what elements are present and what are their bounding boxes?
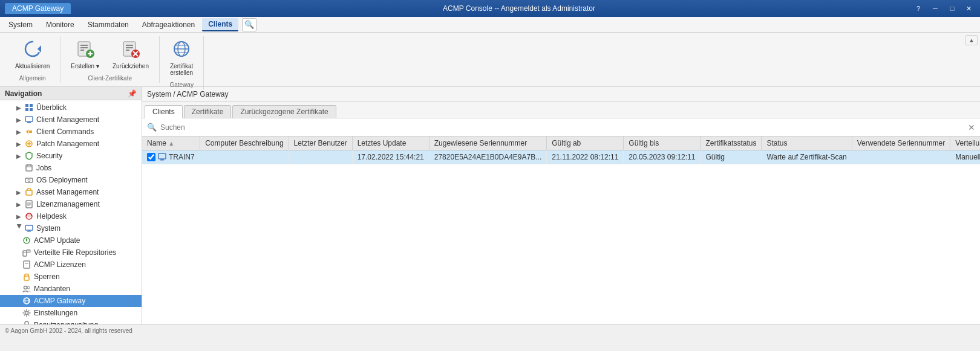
tab-zurueckgezogene-zertifikate[interactable]: Zurückgezogene Zertifikate [232, 105, 336, 118]
help-button[interactable]: ? [912, 4, 924, 13]
toolbar: Aktualisieren Allgemein [0, 33, 980, 87]
table-header-row: Name ▲ Computer Beschreibung Letzter Ben… [142, 137, 980, 150]
nav-label-security: Security [36, 152, 62, 160]
col-computer-beschreibung[interactable]: Computer Beschreibung [200, 137, 289, 150]
toolbar-buttons-client-zertifikate: Erstellen ▾ Zurückziehen [65, 36, 154, 72]
nav-item-client-management[interactable]: ▶ Client Management [0, 114, 142, 126]
navigation-header: Navigation 📌 [0, 87, 142, 100]
nav-label-mandanten: Mandanten [34, 285, 70, 293]
menu-stammdaten[interactable]: Stammdaten [82, 19, 135, 31]
nav-item-client-commands[interactable]: ▶ Client Commands [0, 126, 142, 138]
title-bar: ACMP Gateway ACMP Console -- Angemeldet … [0, 0, 980, 17]
col-verteilungsmodus[interactable]: Verteilungsmodus [950, 137, 980, 150]
nav-expand-patch-management: ▶ [15, 140, 23, 148]
col-zugewiesene-seriennummer[interactable]: Zugewiesene Seriennummer [429, 137, 546, 150]
einstellungen-icon [22, 308, 31, 318]
nav-label-os-deployment: OS Deployment [36, 176, 88, 184]
search-input[interactable] [160, 123, 968, 132]
nav-expand-client-commands: ▶ [15, 127, 23, 136]
nav-item-mandanten[interactable]: Mandanten [0, 283, 142, 295]
close-button[interactable]: ✕ [963, 4, 975, 13]
minimize-button[interactable]: ─ [929, 4, 941, 13]
menu-system[interactable]: System [2, 19, 39, 31]
nav-expand-system: ▶ [15, 224, 23, 233]
nav-label-sperren: Sperren [34, 272, 60, 281]
col-gultig-bis[interactable]: Gültig bis [624, 137, 701, 150]
svg-rect-28 [29, 130, 32, 133]
toolbar-collapse-button[interactable]: ▲ [965, 35, 978, 45]
nav-item-system[interactable]: ▶ System [0, 222, 142, 234]
zurueckziehen-button[interactable]: Zurückziehen [107, 36, 154, 72]
erstellen-button[interactable]: Erstellen ▾ [65, 36, 105, 72]
os-deployment-icon [24, 175, 34, 185]
pin-icon[interactable]: 📌 [128, 89, 137, 98]
acmp-lizenzen-icon [22, 260, 31, 269]
footer-copyright: © Aagon GmbH 2002 - 2024, all rights res… [5, 327, 132, 334]
maximize-button[interactable]: □ [946, 4, 958, 13]
col-letztes-update[interactable]: Letztes Update [352, 137, 429, 150]
table-row[interactable]: TRAIN7 17.02.2022 15:44:21 27820E5A24AE1… [142, 150, 980, 164]
svg-marker-27 [26, 129, 28, 134]
row-checkbox[interactable] [147, 153, 155, 161]
allgemein-group-label: Allgemein [19, 72, 46, 83]
nav-label-einstellungen: Einstellungen [34, 309, 77, 317]
col-gultig-ab[interactable]: Gültig ab [547, 137, 624, 150]
nav-label-uberblick: Überblick [36, 103, 67, 112]
menu-abfrageaktionen[interactable]: Abfrageaktionen [136, 19, 201, 31]
refresh-icon [23, 39, 42, 62]
svg-rect-23 [30, 108, 33, 111]
nav-item-einstellungen[interactable]: Einstellungen [0, 307, 142, 319]
nav-item-uberblick[interactable]: ▶ Überblick [0, 101, 142, 114]
svg-rect-54 [24, 261, 30, 268]
client-commands-icon [24, 127, 34, 137]
jobs-icon [24, 163, 34, 173]
nav-expand-client-management: ▶ [15, 115, 23, 124]
nav-item-os-deployment[interactable]: OS Deployment [0, 174, 142, 186]
zurueckziehen-label: Zurückziehen [113, 63, 149, 69]
nav-item-asset-management[interactable]: ▶ Asset Management [0, 186, 142, 198]
acmp-gateway-icon [22, 296, 31, 306]
col-zertifikatsstatus[interactable]: Zertifikatsstatus [701, 137, 762, 150]
nav-item-helpdesk[interactable]: ▶ Helpdesk [0, 210, 142, 222]
tab-clients[interactable]: Clients [145, 105, 183, 118]
nav-item-security[interactable]: ▶ Security [0, 150, 142, 162]
nav-item-patch-management[interactable]: ▶ Patch Management [0, 138, 142, 150]
col-verwendete-seriennummer[interactable]: Verwendete Seriennummer [852, 137, 950, 150]
svg-rect-64 [158, 153, 166, 159]
nav-item-sperren[interactable]: Sperren [0, 271, 142, 283]
toolbar-group-client-zertifikate: Erstellen ▾ Zurückziehen Client [60, 36, 160, 83]
nav-expand-lizenzmanagement: ▶ [15, 200, 23, 208]
nav-item-benutzerverwaltung[interactable]: Benutzerverwaltung [0, 319, 142, 324]
col-letzter-benutzer[interactable]: Letzter Benutzer [289, 137, 352, 150]
svg-rect-32 [26, 165, 32, 171]
nav-item-verteilte-file-repositories[interactable]: Verteilte File Repositories [0, 246, 142, 259]
nav-item-acmp-update[interactable]: ACMP Update [0, 234, 142, 246]
menu-monitore[interactable]: Monitore [40, 19, 80, 31]
svg-marker-0 [38, 45, 41, 53]
svg-rect-51 [23, 251, 27, 256]
cell-gultig-ab: 21.11.2022 08:12:11 [547, 150, 624, 164]
toolbar-group-gateway: Zertifikaterstellen Gateway [160, 36, 204, 89]
uberblick-icon [24, 103, 34, 112]
nav-item-acmp-gateway[interactable]: ACMP Gateway [0, 295, 142, 307]
aktualisieren-button[interactable]: Aktualisieren [10, 36, 55, 72]
patch-management-icon [24, 139, 34, 149]
col-name[interactable]: Name ▲ [142, 137, 200, 150]
nav-label-lizenzmanagement: Lizenzmanagement [36, 200, 100, 208]
zertifikat-erstellen-button[interactable]: Zertifikaterstellen [165, 36, 198, 79]
nav-item-acmp-lizenzen[interactable]: ACMP Lizenzen [0, 259, 142, 271]
svg-rect-21 [30, 104, 33, 107]
lizenzmanagement-icon [24, 199, 34, 209]
tab-zertifikate[interactable]: Zertifikate [184, 105, 232, 118]
title-tab-label: ACMP Gateway [5, 3, 71, 14]
toolbar-buttons-allgemein: Aktualisieren [10, 36, 55, 72]
search-clear-button[interactable]: ✕ [968, 123, 975, 132]
nav-item-jobs[interactable]: Jobs [0, 162, 142, 174]
nav-item-lizenzmanagement[interactable]: ▶ Lizenzmanagement [0, 198, 142, 210]
breadcrumb: System / ACMP Gateway [142, 87, 980, 101]
menu-clients[interactable]: Clients [202, 18, 238, 31]
search-button[interactable]: 🔍 [242, 18, 256, 31]
col-status[interactable]: Status [762, 137, 852, 150]
svg-rect-39 [26, 190, 32, 195]
security-icon [24, 151, 34, 161]
